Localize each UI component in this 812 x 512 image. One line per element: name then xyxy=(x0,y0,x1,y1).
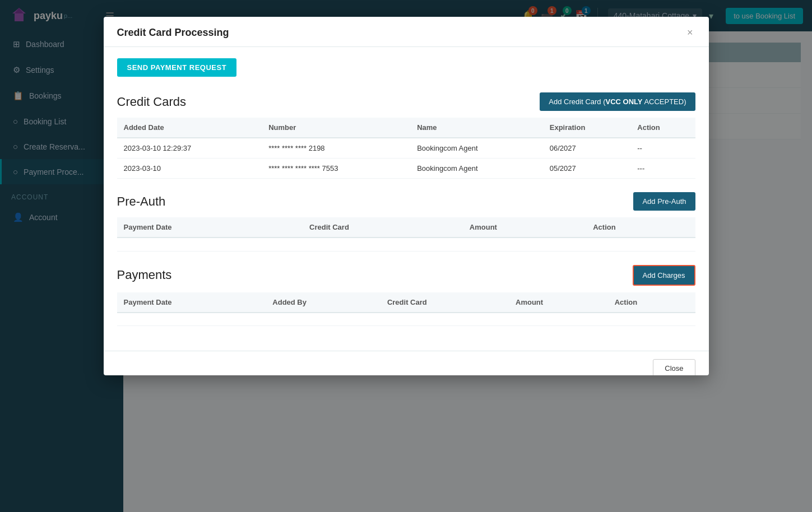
col-action: Action xyxy=(630,118,695,138)
credit-cards-title: Credit Cards xyxy=(117,95,186,109)
payments-empty-row xyxy=(117,313,695,326)
payments-tbody xyxy=(117,313,695,326)
send-payment-request-button[interactable]: SEND PAYMENT REQUEST xyxy=(117,58,237,77)
modal-footer: Close xyxy=(104,351,709,375)
cc-added-date-1: 2023-03-10 xyxy=(117,159,262,179)
preauth-title: Pre-Auth xyxy=(117,194,166,209)
credit-cards-header-row: Added Date Number Name Expiration Action xyxy=(117,118,695,138)
preauth-tbody xyxy=(117,238,695,251)
payments-section-header: Payments Add Charges xyxy=(117,265,695,286)
col-name: Name xyxy=(410,118,543,138)
cc-expiration-1: 05/2027 xyxy=(543,159,631,179)
col-expiration: Expiration xyxy=(543,118,631,138)
add-credit-card-label-prefix: Add Credit Card ( xyxy=(549,97,605,106)
modal-overlay: Credit Card Processing × SEND PAYMENT RE… xyxy=(0,0,812,512)
modal-title: Credit Card Processing xyxy=(117,27,229,39)
cc-added-date-0: 2023-03-10 12:29:37 xyxy=(117,138,262,159)
add-charges-button[interactable]: Add Charges xyxy=(633,265,695,286)
payments-header-row: Payment Date Added By Credit Card Amount… xyxy=(117,292,695,313)
preauth-empty-row xyxy=(117,238,695,251)
cc-action-0: -- xyxy=(630,138,695,159)
payments-col-action: Action xyxy=(608,292,695,313)
add-credit-card-vcc: VCC ONLY xyxy=(606,97,643,106)
credit-cards-section-header: Credit Cards Add Credit Card (VCC ONLY A… xyxy=(117,92,695,111)
payments-title: Payments xyxy=(117,268,172,282)
payments-col-amount: Amount xyxy=(509,292,608,313)
preauth-col-credit-card: Credit Card xyxy=(303,217,463,238)
payments-col-added-by: Added By xyxy=(266,292,381,313)
preauth-col-payment-date: Payment Date xyxy=(117,217,303,238)
col-number: Number xyxy=(262,118,410,138)
credit-cards-table: Added Date Number Name Expiration Action… xyxy=(117,118,695,179)
modal-header: Credit Card Processing × xyxy=(104,17,709,47)
add-preauth-button[interactable]: Add Pre-Auth xyxy=(633,192,695,211)
cc-number-0: **** **** **** 2198 xyxy=(262,138,410,159)
close-button[interactable]: Close xyxy=(653,359,695,375)
preauth-col-action: Action xyxy=(586,217,695,238)
cc-name-0: Bookingcom Agent xyxy=(410,138,543,159)
preauth-header-row: Payment Date Credit Card Amount Action xyxy=(117,217,695,238)
credit-card-modal: Credit Card Processing × SEND PAYMENT RE… xyxy=(104,17,709,375)
payments-col-payment-date: Payment Date xyxy=(117,292,266,313)
add-credit-card-label-suffix: ACCEPTED) xyxy=(642,97,686,106)
cc-expiration-0: 06/2027 xyxy=(543,138,631,159)
preauth-section-header: Pre-Auth Add Pre-Auth xyxy=(117,192,695,211)
credit-card-row-0: 2023-03-10 12:29:37 **** **** **** 2198 … xyxy=(117,138,695,159)
cc-action-1: --- xyxy=(630,159,695,179)
col-added-date: Added Date xyxy=(117,118,262,138)
modal-close-button[interactable]: × xyxy=(685,27,695,39)
add-credit-card-button[interactable]: Add Credit Card (VCC ONLY ACCEPTED) xyxy=(540,92,695,111)
preauth-table: Payment Date Credit Card Amount Action xyxy=(117,217,695,252)
modal-body: SEND PAYMENT REQUEST Credit Cards Add Cr… xyxy=(104,47,709,351)
credit-card-row-1: 2023-03-10 **** **** **** **** 7553 Book… xyxy=(117,159,695,179)
payments-table: Payment Date Added By Credit Card Amount… xyxy=(117,292,695,327)
payments-col-credit-card: Credit Card xyxy=(381,292,509,313)
preauth-col-amount: Amount xyxy=(463,217,586,238)
cc-number-1: **** **** **** **** 7553 xyxy=(262,159,410,179)
cc-name-1: Bookingcom Agent xyxy=(410,159,543,179)
